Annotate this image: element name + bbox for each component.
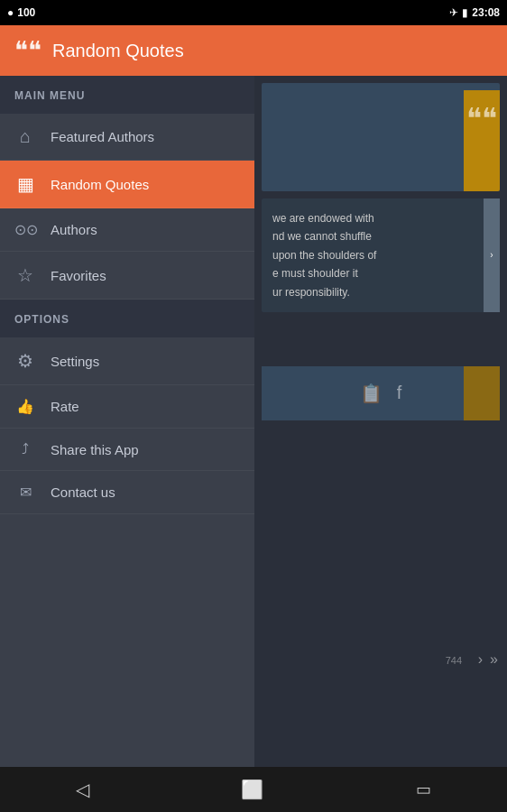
bottom-action-card: 📋 f <box>262 366 500 420</box>
favorites-label: Favorites <box>51 268 106 283</box>
sidebar-item-featured-authors[interactable]: ⌂ Featured Authors <box>0 114 254 161</box>
recents-button[interactable]: ▭ <box>416 780 431 799</box>
sidebar-item-settings[interactable]: ⚙ Settings <box>0 337 254 385</box>
rate-icon: 👍 <box>14 398 36 415</box>
star-icon: ☆ <box>14 264 36 286</box>
main-menu-label: MAIN MENU <box>14 89 85 102</box>
settings-icon: ⚙ <box>14 350 36 372</box>
main-menu-header: MAIN MENU <box>0 76 254 114</box>
authors-label: Authors <box>51 222 97 237</box>
sidebar-item-random-quotes[interactable]: ▦ Random Quotes <box>0 161 254 208</box>
nav-bar: ◁ ⬜ ▭ <box>0 767 507 812</box>
content-area: ☆ ❝❝ we are endowed with nd we cannot sh… <box>254 76 507 767</box>
app-bar: ❝❝ Random Quotes <box>0 25 507 76</box>
quote-text: we are endowed with nd we cannot shuffle… <box>272 209 489 301</box>
share-label: Share this App <box>51 442 139 457</box>
quote-mark-icon: ❝❝ <box>466 101 497 135</box>
airplane-icon: ✈ <box>449 6 458 19</box>
contact-icon: ✉ <box>14 484 36 501</box>
sidebar-item-favorites[interactable]: ☆ Favorites <box>0 252 254 300</box>
time-display: 23:08 <box>472 6 500 19</box>
quote-text-card: we are endowed with nd we cannot shuffle… <box>262 198 500 312</box>
page-navigation: › » <box>478 651 498 668</box>
scroll-indicator: › <box>484 198 500 312</box>
status-bar: ● 100 ✈ ▮ 23:08 <box>0 0 507 25</box>
options-label: OPTIONS <box>14 313 69 326</box>
sidebar-item-rate[interactable]: 👍 Rate <box>0 385 254 429</box>
quote-card-top: ☆ ❝❝ <box>262 83 500 191</box>
main-layout: MAIN MENU ⌂ Featured Authors ▦ Random Qu… <box>0 76 507 767</box>
grid-icon: ▦ <box>14 173 36 195</box>
notification-badge: 100 <box>17 6 35 19</box>
share-icon: ⤴ <box>14 441 36 457</box>
notification-icon: ● <box>7 6 14 19</box>
clipboard-icon[interactable]: 📋 <box>360 383 383 404</box>
pagination-text: 744 <box>446 655 462 666</box>
facebook-icon[interactable]: f <box>397 383 402 403</box>
prev-page-button[interactable]: › <box>478 651 483 668</box>
scroll-arrow: › <box>490 250 493 260</box>
authors-icon: ⊙⊙ <box>14 221 36 238</box>
gold-accent <box>464 366 500 420</box>
quote-icon: ❝❝ <box>14 38 41 63</box>
sidebar-item-authors[interactable]: ⊙⊙ Authors <box>0 208 254 252</box>
contact-label: Contact us <box>51 484 115 500</box>
status-right: ✈ ▮ 23:08 <box>449 6 500 19</box>
rate-label: Rate <box>51 399 79 414</box>
home-icon: ⌂ <box>14 126 36 147</box>
quote-text-content: we are endowed with nd we cannot shuffle… <box>272 212 376 299</box>
sidebar-item-share[interactable]: ⤴ Share this App <box>0 429 254 471</box>
back-button[interactable]: ◁ <box>76 779 89 800</box>
home-button[interactable]: ⬜ <box>241 779 263 800</box>
quote-card-accent: ❝❝ <box>464 90 500 191</box>
random-quotes-label: Random Quotes <box>51 177 149 192</box>
status-left: ● 100 <box>7 6 35 19</box>
last-page-button[interactable]: » <box>490 651 498 668</box>
battery-icon: ▮ <box>462 6 468 19</box>
sidebar-item-contact[interactable]: ✉ Contact us <box>0 471 254 514</box>
featured-authors-label: Featured Authors <box>51 129 154 144</box>
options-header: OPTIONS <box>0 300 254 337</box>
app-title: Random Quotes <box>52 41 184 61</box>
settings-label: Settings <box>51 354 99 369</box>
side-drawer: MAIN MENU ⌂ Featured Authors ▦ Random Qu… <box>0 76 254 767</box>
